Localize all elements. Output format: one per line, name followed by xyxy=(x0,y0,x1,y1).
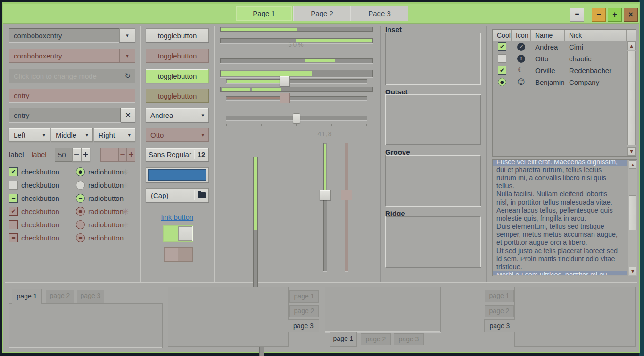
entry-clear-button[interactable]: × xyxy=(121,108,135,122)
checkbox-unchecked-disabled xyxy=(9,220,18,229)
radiobutton-label[interactable]: radiobutton xyxy=(88,181,124,190)
scrollbar-thumb[interactable] xyxy=(629,195,636,230)
nb3-tab-page2[interactable]: page 2 xyxy=(361,333,391,345)
comboboxentry-dropdown-button[interactable]: ▾ xyxy=(119,28,135,42)
spinbutton-text: 50 xyxy=(58,151,66,159)
comboboxentry-input[interactable]: comboboxentry xyxy=(9,28,119,42)
dropdown-left[interactable]: Left▾ xyxy=(9,128,50,142)
table-row[interactable]: ✔ ☾ Orville Redenbacher xyxy=(493,65,627,76)
radiobutton-label-disabled: radiobutton xyxy=(88,233,124,243)
scale-horizontal[interactable] xyxy=(226,76,367,86)
row-checkbox-checked[interactable]: ✔ xyxy=(498,66,506,75)
scroll-down-button[interactable]: ▼ xyxy=(627,147,636,156)
nb1-tab-page2[interactable]: page 2 xyxy=(46,290,74,303)
radiobutton-label[interactable]: radiobutton xyxy=(88,167,124,177)
textview-scrollbar[interactable]: ▲ ▼ xyxy=(628,160,637,276)
nb1-tab-page3[interactable]: page 3 xyxy=(77,290,104,303)
chevron-down-icon: ▾ xyxy=(126,53,129,58)
nb3-tab-page3[interactable]: page 3 xyxy=(394,333,424,345)
minimize-button[interactable]: − xyxy=(592,8,606,22)
spinbutton-plus-button[interactable]: + xyxy=(81,148,90,162)
cell-name: Andrea xyxy=(535,41,558,53)
tree-header-nick[interactable]: Nick xyxy=(565,30,627,41)
row-radio-checked[interactable]: ● xyxy=(498,78,506,86)
comboboxentry-disabled-input: comboboxentry xyxy=(9,49,119,63)
moon-icon: ☾ xyxy=(518,66,524,74)
tree-header-icon[interactable]: Icon xyxy=(512,30,531,41)
link-button[interactable]: link button xyxy=(146,213,209,221)
scrollbar-thumb[interactable] xyxy=(627,51,636,145)
comboboxentry-disabled-text: comboboxentry xyxy=(14,52,62,60)
textview[interactable]: Fusce vel elit erat. Maecenas dignissim,… xyxy=(492,159,637,276)
row-checkbox-checked[interactable]: ✔ xyxy=(498,42,506,51)
spinbutton-value[interactable]: 50 xyxy=(55,148,72,162)
table-row[interactable]: ! Otto chaotic xyxy=(493,53,627,65)
scale-track xyxy=(323,143,327,271)
titlebar-tab-page3[interactable]: Page 3 xyxy=(351,6,408,21)
spinbutton-minus-button[interactable]: − xyxy=(72,148,81,162)
separator xyxy=(486,26,487,282)
scale-handle[interactable] xyxy=(293,113,300,124)
scale-handle xyxy=(341,190,352,200)
nb4-tab-page3[interactable]: page 3 xyxy=(484,319,515,332)
nb1-content xyxy=(9,303,163,348)
nb4-tab-page2[interactable]: page 2 xyxy=(485,305,514,317)
monkey-face-icon: ☺ xyxy=(517,77,525,86)
togglebutton-active[interactable]: togglebutton xyxy=(146,69,209,83)
radiobutton-unchecked[interactable] xyxy=(76,181,85,190)
refresh-icon[interactable]: ↻ xyxy=(124,72,131,80)
scroll-up-button[interactable]: ▲ xyxy=(627,41,636,50)
table-row[interactable]: ● ☺ Benjamin Company xyxy=(493,76,627,88)
scale-handle[interactable] xyxy=(320,190,331,200)
scale-handle[interactable] xyxy=(280,76,290,86)
font-button[interactable]: Sans Regular 12 xyxy=(146,148,209,161)
check-radio-row: ✔ checkbutton ● radiobutton ✳ xyxy=(9,167,141,177)
file-chooser-button[interactable]: (Cap) xyxy=(146,188,209,202)
nb4-tab-page1[interactable]: page 1 xyxy=(485,290,514,302)
scroll-down-button[interactable]: ▼ xyxy=(629,267,636,275)
titlebar-tab-page2[interactable]: Page 2 xyxy=(293,6,351,21)
switch-on[interactable] xyxy=(164,226,193,241)
checkbox-unchecked[interactable] xyxy=(9,181,18,190)
nb1-tab-page1[interactable]: page 1 xyxy=(12,289,42,304)
close-button[interactable]: × xyxy=(624,8,638,22)
radiobutton-label[interactable]: radiobutton xyxy=(88,194,124,203)
nb3-tab-page1[interactable]: page 1 xyxy=(330,332,357,347)
cell-name: Otto xyxy=(535,53,548,65)
table-row[interactable]: ✔ ✔ Andrea Cimi xyxy=(493,41,627,53)
dropdown-right[interactable]: Right▾ xyxy=(94,128,135,142)
scale-vertical-disabled xyxy=(340,141,353,273)
scale-mark xyxy=(226,124,227,126)
maximize-button[interactable]: + xyxy=(608,8,622,22)
radiobutton-mixed[interactable]: ▬ xyxy=(76,194,85,203)
radiobutton-checked[interactable]: ● xyxy=(76,167,85,176)
combobox-andrea[interactable]: Andrea▾ xyxy=(146,108,209,122)
togglebutton-normal[interactable]: togglebutton xyxy=(146,28,209,42)
checkbutton-label-disabled: checkbutton xyxy=(21,220,59,230)
checkbutton-label[interactable]: checkbutton xyxy=(21,181,59,190)
mode-entry[interactable]: Click icon to change mode ↻ xyxy=(9,69,135,83)
scale-with-marks[interactable] xyxy=(226,112,367,126)
textview-body[interactable]: dui et pharetra rutrum, tellus lectus ru… xyxy=(496,166,628,271)
row-checkbox-unchecked[interactable] xyxy=(498,54,506,63)
nb2-tab-page3[interactable]: page 3 xyxy=(288,319,319,332)
checkbutton-label[interactable]: checkbutton xyxy=(21,194,59,203)
tree-header-cool[interactable]: Cool xyxy=(493,30,512,41)
entry[interactable]: entry xyxy=(9,108,121,122)
titlebar-tab-page1[interactable]: Page 1 xyxy=(236,6,292,21)
scroll-up-button[interactable]: ▲ xyxy=(629,160,636,169)
menu-button[interactable]: ≡ xyxy=(570,8,584,22)
tree-scrollbar[interactable]: ▲ ▼ xyxy=(627,41,636,156)
checkbox-checked[interactable]: ✔ xyxy=(9,167,18,176)
checkbutton-label[interactable]: checkbutton xyxy=(21,167,59,177)
font-button-family: Sans Regular xyxy=(146,150,194,158)
switch-on-handle[interactable] xyxy=(178,226,192,241)
scale-vertical[interactable] xyxy=(319,141,331,273)
nb2-tab-page1[interactable]: page 1 xyxy=(289,290,319,303)
checkbox-mixed[interactable]: ▬ xyxy=(9,194,18,203)
dropdown-middle[interactable]: Middle▾ xyxy=(51,128,93,142)
nb2-tab-page2[interactable]: page 2 xyxy=(289,305,319,317)
color-button[interactable] xyxy=(146,167,209,182)
nb3-content xyxy=(325,287,441,332)
tree-header-name[interactable]: Name xyxy=(531,30,565,41)
